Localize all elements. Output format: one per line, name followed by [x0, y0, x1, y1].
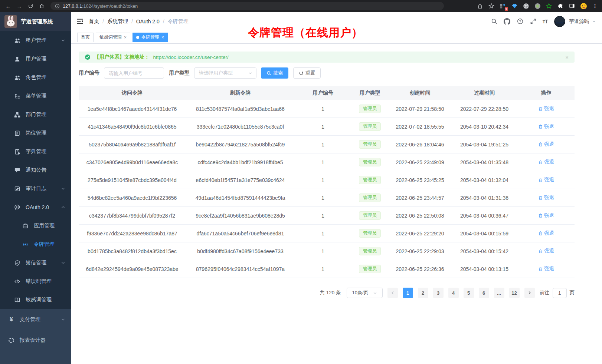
user-type-label: 用户类型	[169, 70, 190, 76]
user-type-select[interactable]: 请选择用户类型	[194, 67, 256, 79]
profile-avatar-icon[interactable]	[579, 2, 588, 10]
alert-close-icon[interactable]: ×	[565, 54, 569, 60]
sidebar-item-error-code[interactable]: 错误码管理	[0, 272, 71, 291]
green-star-extension-icon[interactable]	[545, 2, 553, 10]
sidebar-item-pay[interactable]: ¥支付管理	[0, 309, 71, 330]
sidebar-item-oauth2[interactable]: OAuth 2.0	[0, 198, 71, 216]
browser-home-icon[interactable]	[36, 1, 47, 11]
sidebar-item-notice[interactable]: 通知公告	[0, 161, 71, 179]
breadcrumb-item[interactable]: 首页	[89, 18, 99, 25]
force-logout-button[interactable]: 强退	[538, 230, 554, 236]
user-id-cell: 1	[295, 195, 351, 201]
goto-page-input[interactable]	[553, 288, 567, 298]
breadcrumb-item[interactable]: 系统管理	[107, 18, 128, 25]
close-icon[interactable]: ×	[161, 35, 164, 40]
alert-doc-link[interactable]: https://doc.iocoder.cn/user-center/	[153, 54, 229, 60]
sidebar-fold-icon[interactable]	[76, 18, 84, 25]
force-logout-button[interactable]: 强退	[538, 176, 554, 183]
tab-label: 令牌管理	[141, 34, 159, 40]
github-icon[interactable]	[504, 18, 510, 25]
sidebar-item-tenant[interactable]: 租户管理	[0, 31, 71, 50]
force-logout-button[interactable]: 强退	[538, 212, 554, 219]
puzzle-extensions-icon[interactable]	[556, 2, 565, 10]
page-size-select[interactable]: 10条/页	[347, 288, 383, 298]
access-token-cell: 41c41346a548490f9dc8b01c6bfe0865	[79, 124, 186, 130]
sidebar-item-menu[interactable]: 菜单管理	[0, 87, 71, 105]
force-logout-button[interactable]: 强退	[538, 265, 554, 272]
page-button-6[interactable]: 6	[479, 288, 489, 298]
sidebar-item-dept[interactable]: 部门管理	[0, 105, 71, 124]
sidebar-item-audit-log[interactable]: 审计日志	[0, 179, 71, 198]
user-type-badge: 管理员	[359, 211, 381, 220]
extension-grid-icon[interactable]: 9	[499, 2, 507, 10]
sidebar-item-dict[interactable]: 字典管理	[0, 142, 71, 161]
sidebar-item-oauth2-app[interactable]: 应用管理	[0, 216, 71, 235]
force-logout-label: 强退	[544, 230, 554, 236]
gem-extension-icon[interactable]	[510, 2, 518, 10]
browser-forward-icon[interactable]: →	[14, 1, 24, 11]
expire-time-cell: 2054-03-04 00:36:47	[451, 213, 518, 219]
reset-button[interactable]: 重置	[293, 67, 321, 79]
bookmark-star-icon[interactable]	[487, 2, 495, 10]
breadcrumb-item[interactable]: OAuth 2.0	[136, 19, 160, 24]
prev-page-button[interactable]	[387, 288, 398, 298]
user-id-cell: 1	[295, 159, 351, 165]
page-ellipsis[interactable]: ...	[494, 288, 504, 298]
user-id-input[interactable]	[104, 67, 164, 79]
search-button[interactable]: 搜索	[261, 67, 288, 79]
search-icon[interactable]	[491, 18, 497, 25]
dept-icon	[14, 112, 20, 118]
sidebar-item-label: 字典管理	[26, 148, 46, 155]
url-path: :1024/system/oauth2/token	[82, 4, 138, 9]
sidebar-item-user[interactable]: 用户管理	[0, 50, 71, 68]
help-icon[interactable]	[517, 18, 523, 25]
page-button-1[interactable]: 1	[403, 288, 413, 298]
font-size-icon[interactable]: TT	[543, 18, 548, 24]
recorder-extension-icon[interactable]	[533, 2, 542, 10]
sidebar-item-oauth2-token[interactable]: 令牌管理	[0, 235, 71, 254]
command-extension-icon[interactable]	[522, 2, 530, 10]
sidebar-item-report-designer[interactable]: 报表设计器	[0, 330, 71, 351]
fullscreen-icon[interactable]	[530, 18, 536, 25]
browser-refresh-icon[interactable]	[25, 1, 36, 11]
force-logout-button[interactable]: 强退	[538, 123, 554, 130]
page-button-3[interactable]: 3	[433, 288, 444, 298]
force-logout-button[interactable]: 强退	[538, 159, 554, 165]
page-button-5[interactable]: 5	[464, 288, 474, 298]
column-header: 用户编号	[295, 90, 351, 96]
user-avatar[interactable]	[554, 16, 565, 27]
page-button-4[interactable]: 4	[448, 288, 459, 298]
force-logout-button[interactable]: 强退	[538, 194, 554, 201]
tab-home[interactable]: 首页	[77, 33, 94, 42]
tab-token[interactable]: 令牌管理×	[132, 33, 168, 42]
force-logout-button[interactable]: 强退	[538, 105, 554, 112]
delete-icon	[538, 124, 543, 129]
next-page-button[interactable]	[524, 288, 535, 298]
close-icon[interactable]: ×	[124, 35, 127, 40]
sidebar-item-sensitive-word[interactable]: 敏感词管理	[0, 291, 71, 309]
created-time-cell: 2022-06-26 18:04:46	[389, 142, 451, 148]
tab-sensitive-word[interactable]: 敏感词管理×	[96, 33, 130, 42]
user-type-badge: 管理员	[359, 105, 381, 113]
page-button-2[interactable]: 2	[418, 288, 428, 298]
address-bar[interactable]: 127.0.0.1:1024/system/oauth2/token	[50, 2, 444, 10]
share-icon[interactable]	[476, 2, 484, 10]
sidebar-item-post[interactable]: 岗位管理	[0, 124, 71, 142]
access-token-cell: 275e5de9151045fe87cbdc395e004f4d	[79, 177, 186, 183]
force-logout-button[interactable]: 强退	[538, 248, 554, 254]
app-logo[interactable]: 芋道管理系统	[0, 12, 71, 31]
side-panel-icon[interactable]	[568, 2, 576, 10]
expire-time-cell: 2054-03-04 01:32:04	[451, 177, 518, 183]
sidebar-item-sms[interactable]: 短信管理	[0, 254, 71, 272]
user-name[interactable]: 芋道源码	[569, 18, 589, 25]
browser-back-icon[interactable]: ←	[3, 1, 13, 11]
expire-time-cell: 2054-03-04 00:15:42	[451, 248, 518, 254]
table-row: 275e5de9151045fe87cbdc395e004f4de6cfd40e…	[79, 171, 575, 189]
sidebar-item-label: 应用管理	[34, 222, 55, 229]
delete-icon	[538, 160, 543, 165]
page-button-12[interactable]: 12	[509, 288, 520, 298]
browser-menu-icon[interactable]: ⋮	[591, 2, 599, 10]
force-logout-label: 强退	[544, 141, 554, 148]
force-logout-button[interactable]: 强退	[538, 141, 554, 148]
sidebar-item-role[interactable]: 角色管理	[0, 68, 71, 87]
